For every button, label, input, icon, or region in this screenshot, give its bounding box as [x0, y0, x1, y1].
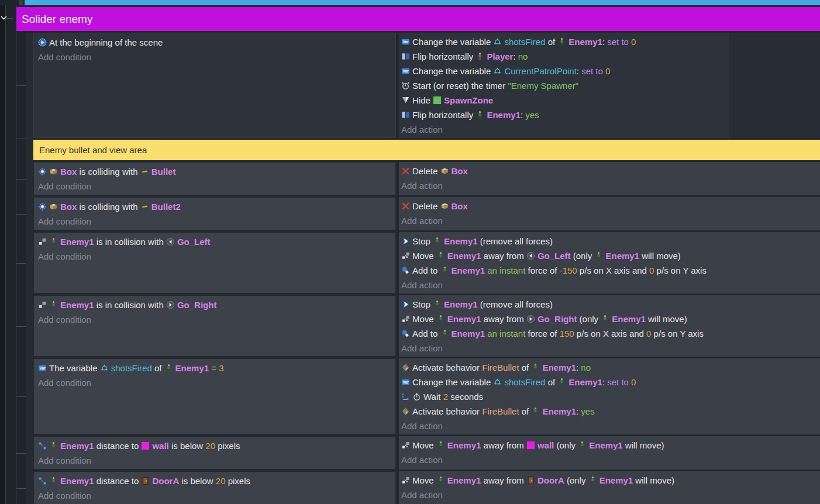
text-segment: (only — [577, 314, 601, 324]
text-segment: CurrentPatrolPoint — [504, 66, 576, 76]
conditions-cell: At the beginning of the sceneAdd conditi… — [33, 33, 396, 138]
action-line[interactable]: Move Enemy1 away from wall (only Enemy1 … — [401, 438, 820, 453]
add-action-link[interactable]: Add action — [401, 278, 820, 292]
enemy1-icon — [436, 441, 445, 450]
add-action-link[interactable]: Add action — [401, 213, 820, 228]
actions-cell: Delete BoxAdd action — [399, 162, 820, 195]
text-segment: (only — [564, 475, 588, 485]
action-line[interactable]: Stop Enemy1 (remove all forces) — [401, 297, 820, 312]
conditions-cell: Enemy1 distance to DoorA is below 20 pix… — [33, 471, 396, 504]
action-line[interactable]: Hide SpawnZone — [401, 93, 721, 108]
action-line[interactable]: Activate behavior FireBullet of Enemy1: … — [401, 360, 820, 375]
text-segment: Flip horizontally — [412, 51, 476, 61]
distance-icon — [38, 441, 47, 450]
text-segment: Enemy1 — [447, 251, 481, 261]
text-segment: Start (or reset) the timer — [412, 81, 508, 91]
event-row[interactable]: Box is colliding with Bullet2Add conditi… — [33, 197, 820, 230]
action-line[interactable]: Start (or reset) the timer "Enemy Spawne… — [401, 78, 721, 93]
event-sheet-gutter — [0, 0, 33, 504]
text-segment: : — [577, 66, 581, 76]
event-row[interactable]: Enemy1 distance to DoorA is below 20 pix… — [33, 471, 820, 504]
action-line[interactable]: Delete Box — [401, 164, 820, 178]
add-condition-link[interactable]: Add condition — [38, 50, 395, 64]
action-line[interactable]: VarChange the variable CurrentPatrolPoin… — [401, 64, 721, 78]
event-row[interactable]: Box is colliding with BulletAdd conditio… — [33, 162, 820, 195]
go-right-icon — [166, 301, 175, 309]
stop-icon — [401, 300, 410, 309]
action-line[interactable]: Delete Box — [401, 199, 820, 213]
condition-line[interactable]: Enemy1 distance to wall is below 20 pixe… — [38, 439, 395, 453]
variable-icon: Var — [401, 378, 410, 386]
text-segment: pixels — [225, 476, 250, 486]
stop-icon — [401, 237, 410, 246]
add-condition-link[interactable]: Add condition — [38, 488, 395, 503]
add-condition-link[interactable]: Add condition — [38, 249, 395, 264]
text-segment: -150 — [560, 265, 577, 275]
behavior-icon — [401, 407, 410, 416]
condition-line[interactable]: At the beginning of the scene — [38, 35, 395, 50]
add-condition-link[interactable]: Add condition — [38, 179, 395, 194]
event-row[interactable]: Enemy1 distance to wall is below 20 pixe… — [33, 436, 820, 470]
action-line[interactable]: Activate behavior FireBullet of Enemy1: … — [401, 404, 820, 419]
svg-text:Var: Var — [39, 366, 46, 370]
action-line[interactable]: Move Enemy1 away from DoorA (only Enemy1… — [401, 473, 820, 488]
text-segment: no — [581, 363, 591, 372]
text-segment: Move — [412, 440, 436, 450]
add-condition-link[interactable]: Add condition — [38, 375, 395, 390]
add-action-link[interactable]: Add action — [401, 341, 820, 355]
action-line[interactable]: Wait 2 seconds — [401, 389, 820, 404]
actions-cell: Activate behavior FireBullet of Enemy1: … — [399, 358, 820, 434]
event-row[interactable]: Enemy1 is in collision with Go_RightAdd … — [33, 295, 820, 357]
action-line[interactable]: Add to Enemy1 an instant force of 150 p/… — [401, 326, 820, 341]
actions-cell: Stop Enemy1 (remove all forces)Move Enem… — [399, 232, 820, 294]
add-action-link[interactable]: Add action — [401, 122, 721, 137]
condition-line[interactable]: Box is colliding with Bullet — [38, 164, 395, 179]
text-segment: p/s on Y axis — [654, 265, 707, 275]
action-line[interactable]: VarChange the variable shotsFired of Ene… — [401, 375, 820, 389]
text-segment: of — [545, 37, 557, 47]
go-right-icon — [526, 315, 535, 323]
condition-line[interactable]: Enemy1 distance to DoorA is below 20 pix… — [38, 474, 395, 488]
enemy1-icon — [49, 477, 58, 485]
wall-swatch-icon — [526, 441, 535, 450]
text-segment: away from — [481, 314, 526, 324]
event-row[interactable]: VarThe variable shotsFired of Enemy1 = 3… — [33, 358, 820, 434]
text-segment: pixels — [215, 441, 240, 451]
enemy1-icon — [476, 111, 484, 119]
action-line[interactable]: Stop Enemy1 (remove all forces) — [401, 234, 820, 248]
event-group-header[interactable]: Solider enemy — [16, 7, 820, 31]
add-condition-link[interactable]: Add condition — [38, 453, 395, 468]
text-segment: (remove all forces) — [478, 299, 553, 309]
gutter-tick — [16, 263, 26, 264]
comment-row[interactable]: Enemy bullet and view area — [33, 140, 820, 160]
text-segment: Enemy1 — [175, 363, 209, 373]
add-action-link[interactable]: Add action — [401, 178, 820, 193]
gutter-tick — [16, 326, 26, 327]
text-segment: 0 — [631, 37, 636, 47]
action-line[interactable]: Move Enemy1 away from Go_Left (only Enem… — [401, 248, 820, 263]
action-line[interactable]: VarChange the variable shotsFired of Ene… — [401, 34, 721, 49]
condition-line[interactable]: Box is colliding with Bullet2 — [38, 199, 395, 214]
text-segment: Stop — [412, 236, 433, 246]
enemy1-icon — [601, 315, 609, 323]
move-away-icon — [401, 251, 410, 260]
event-row[interactable]: At the beginning of the sceneAdd conditi… — [33, 33, 820, 138]
action-line[interactable]: Flip horizontally Player: no — [401, 49, 721, 64]
condition-line[interactable]: Enemy1 is in collision with Go_Left — [38, 234, 395, 249]
condition-line[interactable]: VarThe variable shotsFired of Enemy1 = 3 — [38, 361, 395, 375]
add-action-link[interactable]: Add action — [401, 488, 820, 502]
text-segment: Go_Left — [538, 251, 571, 261]
conditions-cell: VarThe variable shotsFired of Enemy1 = 3… — [33, 358, 396, 434]
add-condition-link[interactable]: Add condition — [38, 312, 395, 327]
gutter-tick — [16, 85, 26, 86]
condition-line[interactable]: Enemy1 is in collision with Go_Right — [38, 298, 395, 312]
action-line[interactable]: Move Enemy1 away from Go_Right (only Ene… — [401, 312, 820, 326]
event-row[interactable]: Enemy1 is in collision with Go_LeftAdd c… — [33, 232, 820, 294]
add-condition-link[interactable]: Add condition — [38, 214, 395, 229]
action-line[interactable]: Add to Enemy1 an instant force of -150 p… — [401, 263, 820, 278]
text-segment: Move — [412, 475, 436, 485]
add-action-link[interactable]: Add action — [401, 453, 820, 467]
add-action-link[interactable]: Add action — [401, 419, 820, 433]
text-segment: is colliding with — [77, 202, 140, 212]
action-line[interactable]: Flip horizontally Enemy1: yes — [401, 108, 721, 122]
